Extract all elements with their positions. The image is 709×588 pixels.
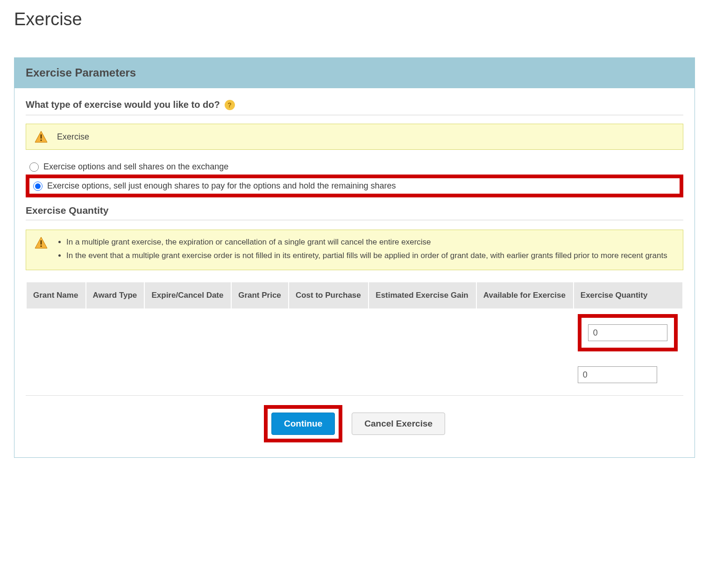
col-grant-price: Grant Price bbox=[231, 282, 289, 309]
table-row bbox=[26, 357, 683, 393]
svg-rect-2 bbox=[41, 140, 42, 141]
help-icon[interactable]: ? bbox=[225, 100, 235, 110]
quantity-alert-item: In the event that a multiple grant exerc… bbox=[66, 250, 667, 262]
panel-body: What type of exercise would you like to … bbox=[14, 88, 695, 457]
exercise-type-radio-group: Exercise options and sell shares on the … bbox=[26, 159, 683, 197]
col-est-gain: Estimated Exercise Gain bbox=[369, 282, 476, 309]
radio-sell-to-cover[interactable]: Exercise options, sell just enough share… bbox=[26, 175, 683, 197]
svg-rect-1 bbox=[41, 134, 42, 139]
radio-label: Exercise options and sell shares on the … bbox=[43, 162, 228, 172]
col-grant-name: Grant Name bbox=[26, 282, 86, 309]
svg-rect-5 bbox=[41, 245, 42, 247]
grants-table: Grant Name Award Type Expire/Cancel Date… bbox=[26, 281, 683, 393]
exercise-alert-text: Exercise bbox=[57, 132, 89, 142]
exercise-alert: Exercise bbox=[26, 124, 683, 150]
table-row bbox=[26, 309, 683, 357]
continue-button[interactable]: Continue bbox=[271, 413, 335, 435]
exercise-panel: Exercise Parameters What type of exercis… bbox=[14, 57, 695, 458]
panel-header: Exercise Parameters bbox=[14, 58, 695, 88]
radio-sell-to-cover-input[interactable] bbox=[33, 182, 43, 191]
qty-cell bbox=[574, 309, 683, 357]
continue-highlight: Continue bbox=[264, 405, 342, 442]
redacted-cells bbox=[26, 309, 574, 357]
quantity-alert-list: In a multiple grant exercise, the expira… bbox=[57, 237, 667, 263]
col-available: Available for Exercise bbox=[476, 282, 574, 309]
col-expire-date: Expire/Cancel Date bbox=[144, 282, 231, 309]
exercise-quantity-title: Exercise Quantity bbox=[26, 205, 683, 220]
quantity-alert: In a multiple grant exercise, the expira… bbox=[26, 230, 683, 270]
svg-rect-4 bbox=[41, 240, 42, 245]
page-title: Exercise bbox=[14, 9, 695, 29]
qty-highlight bbox=[578, 314, 678, 351]
redacted-cells bbox=[26, 357, 574, 393]
col-exercise-qty: Exercise Quantity bbox=[574, 282, 683, 309]
footer-actions: Continue Cancel Exercise bbox=[26, 395, 683, 446]
warning-icon bbox=[35, 237, 48, 249]
col-award-type: Award Type bbox=[86, 282, 145, 309]
qty-cell bbox=[574, 357, 683, 393]
table-header-row: Grant Name Award Type Expire/Cancel Date… bbox=[26, 282, 683, 309]
cancel-exercise-button[interactable]: Cancel Exercise bbox=[352, 413, 445, 435]
exercise-type-question: What type of exercise would you like to … bbox=[26, 99, 683, 115]
radio-label: Exercise options, sell just enough share… bbox=[47, 181, 396, 191]
quantity-alert-item: In a multiple grant exercise, the expira… bbox=[66, 237, 667, 248]
radio-exercise-and-sell-input[interactable] bbox=[29, 162, 39, 172]
warning-icon bbox=[35, 131, 48, 143]
question-text: What type of exercise would you like to … bbox=[26, 99, 220, 110]
col-cost-purchase: Cost to Purchase bbox=[289, 282, 369, 309]
exercise-quantity-input[interactable] bbox=[588, 324, 667, 341]
exercise-quantity-input[interactable] bbox=[578, 366, 657, 383]
radio-exercise-and-sell[interactable]: Exercise options and sell shares on the … bbox=[26, 159, 683, 175]
